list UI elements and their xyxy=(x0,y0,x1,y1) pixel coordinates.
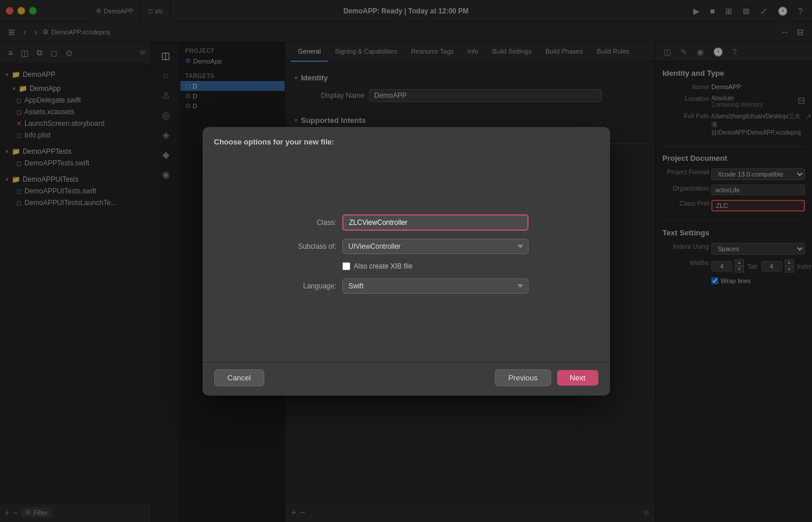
previous-button[interactable]: Previous xyxy=(495,369,551,386)
next-button[interactable]: Next xyxy=(557,370,598,386)
dialog-subclass-select[interactable]: UIViewControllerUIViewNSObjectUITableVie… xyxy=(342,239,529,254)
dialog-subclass-row: Subclass of: UIViewControllerUIViewNSObj… xyxy=(284,239,529,254)
dialog-class-label: Class: xyxy=(284,218,336,227)
dialog-title: Choose options for your new file: xyxy=(203,127,610,152)
dialog-class-row: Class: xyxy=(284,214,529,231)
dialog-form: Class: Subclass of: UIViewControllerUIVi… xyxy=(284,214,529,294)
dialog-footer: Cancel Previous Next xyxy=(203,362,610,396)
dialog-language-label: Language: xyxy=(284,282,336,290)
cancel-button[interactable]: Cancel xyxy=(214,369,264,386)
dialog-xib-checkbox[interactable] xyxy=(342,262,350,270)
dialog-language-select[interactable]: SwiftObjective-C xyxy=(342,278,529,294)
dialog-overlay: Choose options for your new file: Class:… xyxy=(0,0,812,522)
dialog-subclass-label: Subclass of: xyxy=(284,242,336,251)
new-file-dialog: Choose options for your new file: Class:… xyxy=(203,127,610,396)
dialog-class-input[interactable] xyxy=(342,214,529,231)
dialog-body: Class: Subclass of: UIViewControllerUIVi… xyxy=(203,152,610,362)
dialog-xib-row: Also create XIB file xyxy=(342,262,529,270)
dialog-language-row: Language: SwiftObjective-C xyxy=(284,278,529,294)
